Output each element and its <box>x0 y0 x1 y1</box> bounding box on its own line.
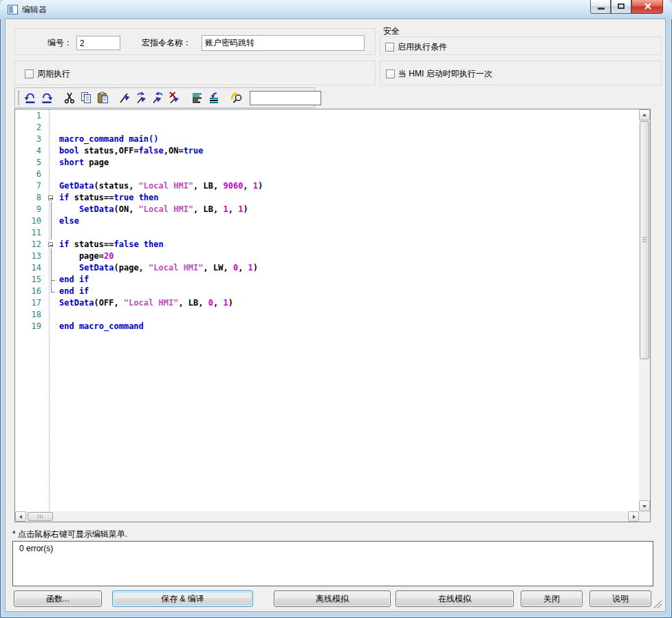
resize-grip[interactable] <box>653 599 662 608</box>
line-number: 14 <box>15 263 45 275</box>
line-number: 15 <box>15 275 45 286</box>
outdent-icon[interactable] <box>206 89 222 106</box>
titlebar[interactable]: 编辑器 <box>0 0 672 19</box>
fold-marker <box>45 228 57 239</box>
line-number: 6 <box>15 169 45 181</box>
code-line[interactable]: 15end if <box>15 275 639 286</box>
code-line[interactable]: 19end macro_command <box>15 321 639 333</box>
code-line[interactable]: 4bool status,OFF=false,ON=true <box>15 146 639 158</box>
hint-text: * 点击鼠标右键可显示编辑菜单. <box>12 529 127 540</box>
code-text: end macro_command <box>57 321 144 333</box>
vertical-scroll-thumb[interactable] <box>640 121 649 359</box>
security-group-label: 安全 <box>383 25 400 37</box>
code-text: GetData(status, "Local HMI", LB, 9060, 1… <box>57 181 263 193</box>
scroll-down-button[interactable] <box>639 500 650 511</box>
code-line[interactable]: 14 SetData(page, "Local HMI", LW, 0, 1) <box>15 263 639 275</box>
find-icon[interactable] <box>228 89 245 106</box>
online-simulation-button[interactable]: 在线模拟 <box>395 590 514 607</box>
offline-simulation-button[interactable]: 离线模拟 <box>274 590 391 607</box>
compile-output: 0 error(s) <box>12 541 653 586</box>
line-number: 16 <box>15 286 45 298</box>
code-text: SetData(ON, "Local HMI", LB, 1, 1) <box>57 204 248 216</box>
code-text: short page <box>57 158 109 169</box>
code-line[interactable]: 9 SetData(ON, "Local HMI", LB, 1, 1) <box>15 204 639 216</box>
fold-gutter <box>45 310 57 321</box>
code-line[interactable]: 2 <box>15 122 639 134</box>
code-text: if status==true then <box>57 193 159 204</box>
cut-icon[interactable] <box>61 89 78 106</box>
horizontal-scrollbar[interactable] <box>15 511 639 522</box>
fold-gutter <box>45 298 57 310</box>
periodic-label: 周期执行 <box>37 68 70 80</box>
code-line[interactable]: 7GetData(status, "Local HMI", LB, 9060, … <box>15 181 639 193</box>
code-text: bool status,OFF=false,ON=true <box>57 146 204 158</box>
status-text: 0 error(s) <box>19 544 53 553</box>
macro-id-input[interactable] <box>76 36 120 50</box>
code-line[interactable]: 10else <box>15 216 639 228</box>
scroll-left-button[interactable] <box>15 511 26 522</box>
periodic-checkbox[interactable] <box>25 70 34 78</box>
macro-name-input[interactable] <box>202 35 365 51</box>
enable-condition-checkbox[interactable] <box>385 43 394 52</box>
help-button[interactable]: 说明 <box>589 590 651 607</box>
copy-icon[interactable] <box>78 89 94 106</box>
code-line[interactable]: 11 <box>15 228 639 239</box>
code-line[interactable]: 16end if <box>15 286 639 298</box>
line-number: 3 <box>15 134 45 146</box>
code-line[interactable]: 5short page <box>15 158 639 169</box>
code-line[interactable]: 8if status==true then <box>15 193 639 204</box>
window-icon <box>8 5 18 14</box>
line-number: 7 <box>15 181 45 193</box>
close-icon <box>632 0 664 14</box>
dialog-content: 编号： 宏指令名称： 安全 启用执行条件 周期执行 当 HMI 启动时即执行一次 <box>6 19 665 611</box>
clear-bookmarks-icon[interactable] <box>166 89 183 106</box>
toolbar-grip[interactable] <box>18 91 19 105</box>
fold-marker[interactable] <box>45 239 57 251</box>
code-editor: 123macro_command main()4bool status,OFF=… <box>14 109 651 522</box>
enable-condition-label: 启用执行条件 <box>398 41 447 53</box>
close-dialog-button[interactable]: 关闭 <box>521 590 583 607</box>
save-compile-button[interactable]: 保存 & 编译 <box>112 590 253 607</box>
fold-marker[interactable] <box>45 193 57 204</box>
code-line[interactable]: 13 page=20 <box>15 251 639 263</box>
code-line[interactable]: 17SetData(OFF, "Local HMI", LB, 0, 1) <box>15 298 639 310</box>
code-area[interactable]: 123macro_command main()4bool status,OFF=… <box>15 109 639 511</box>
scroll-up-button[interactable] <box>639 109 650 120</box>
maximize-button[interactable] <box>611 0 631 14</box>
code-line[interactable]: 3macro_command main() <box>15 134 639 146</box>
code-line[interactable]: 1 <box>15 111 639 122</box>
window-title: 编辑器 <box>22 4 47 16</box>
fold-gutter <box>45 134 57 146</box>
line-number: 19 <box>15 321 45 333</box>
line-number: 8 <box>15 193 45 204</box>
code-text <box>57 228 59 239</box>
vertical-scrollbar[interactable] <box>639 109 650 511</box>
code-line[interactable]: 12if status==false then <box>15 239 639 251</box>
fold-marker <box>45 204 57 216</box>
function-button[interactable]: 函数... <box>14 590 102 607</box>
code-line[interactable]: 6 <box>15 169 639 181</box>
fold-gutter <box>45 111 57 122</box>
code-line[interactable]: 18 <box>15 310 639 321</box>
paste-icon[interactable] <box>94 89 111 106</box>
scroll-right-button[interactable] <box>628 511 639 522</box>
close-button[interactable] <box>631 0 663 14</box>
run-on-startup-checkbox[interactable] <box>386 70 395 78</box>
editor-toolbar <box>14 87 315 108</box>
next-bookmark-icon[interactable] <box>133 89 150 106</box>
minimize-button[interactable] <box>590 0 611 14</box>
minimize-icon <box>598 8 605 10</box>
horizontal-scroll-thumb[interactable] <box>28 512 53 521</box>
line-number: 2 <box>15 122 45 134</box>
toggle-bookmark-icon[interactable] <box>117 89 133 106</box>
previous-bookmark-icon[interactable] <box>150 89 166 106</box>
search-input[interactable] <box>250 91 321 105</box>
undo-icon[interactable] <box>22 89 39 106</box>
fold-gutter <box>45 122 57 134</box>
scrollbar-corner <box>639 511 650 522</box>
fold-marker <box>45 275 57 286</box>
line-number: 5 <box>15 158 45 169</box>
redo-icon[interactable] <box>39 89 55 106</box>
code-text <box>57 310 59 321</box>
indent-icon[interactable] <box>189 89 206 106</box>
